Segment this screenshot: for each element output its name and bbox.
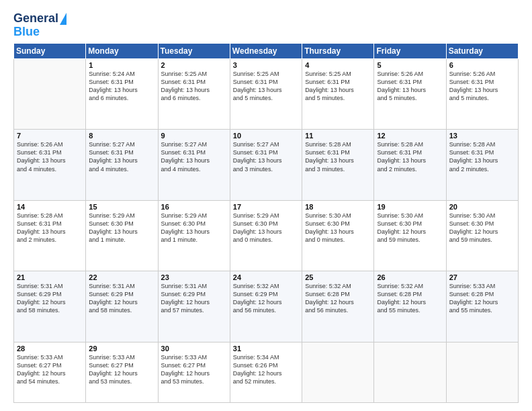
calendar-cell: 12Sunrise: 5:28 AM Sunset: 6:31 PM Dayli… [374,130,446,200]
day-number: 22 [89,273,154,281]
day-number: 24 [233,273,299,281]
day-number: 11 [305,132,371,140]
day-number: 16 [161,203,227,211]
day-info: Sunrise: 5:29 AM Sunset: 6:30 PM Dayligh… [89,212,154,244]
weekday-header-wednesday: Wednesday [230,43,302,58]
calendar-table: SundayMondayTuesdayWednesdayThursdayFrid… [13,43,519,403]
calendar-cell: 7Sunrise: 5:26 AM Sunset: 6:31 PM Daylig… [14,130,86,200]
calendar-cell: 10Sunrise: 5:27 AM Sunset: 6:31 PM Dayli… [230,130,302,200]
day-info: Sunrise: 5:32 AM Sunset: 6:29 PM Dayligh… [233,282,299,315]
calendar-cell [446,342,518,402]
day-number: 29 [89,345,154,353]
day-info: Sunrise: 5:28 AM Sunset: 6:31 PM Dayligh… [449,140,515,173]
calendar-cell: 21Sunrise: 5:31 AM Sunset: 6:29 PM Dayli… [14,271,86,342]
calendar-cell: 9Sunrise: 5:27 AM Sunset: 6:31 PM Daylig… [158,130,230,200]
day-number: 19 [377,203,443,211]
calendar-week-4: 21Sunrise: 5:31 AM Sunset: 6:29 PM Dayli… [14,271,519,342]
day-info: Sunrise: 5:31 AM Sunset: 6:29 PM Dayligh… [17,282,83,315]
day-info: Sunrise: 5:32 AM Sunset: 6:28 PM Dayligh… [305,282,371,315]
calendar-cell: 29Sunrise: 5:33 AM Sunset: 6:27 PM Dayli… [86,342,158,402]
calendar-week-2: 7Sunrise: 5:26 AM Sunset: 6:31 PM Daylig… [14,130,519,200]
calendar-cell: 30Sunrise: 5:33 AM Sunset: 6:27 PM Dayli… [158,342,230,402]
day-info: Sunrise: 5:33 AM Sunset: 6:28 PM Dayligh… [449,282,515,315]
day-info: Sunrise: 5:32 AM Sunset: 6:28 PM Dayligh… [377,282,443,315]
day-info: Sunrise: 5:31 AM Sunset: 6:29 PM Dayligh… [89,282,154,315]
day-info: Sunrise: 5:27 AM Sunset: 6:31 PM Dayligh… [233,140,299,173]
calendar-cell: 25Sunrise: 5:32 AM Sunset: 6:28 PM Dayli… [302,271,374,342]
day-number: 31 [233,345,299,353]
day-number: 14 [17,203,83,211]
calendar-cell: 23Sunrise: 5:31 AM Sunset: 6:29 PM Dayli… [158,271,230,342]
day-number: 25 [305,273,371,281]
calendar-cell: 22Sunrise: 5:31 AM Sunset: 6:29 PM Dayli… [86,271,158,342]
day-number: 23 [161,273,227,281]
calendar-cell [14,58,86,129]
weekday-header-friday: Friday [374,43,446,58]
weekday-header-sunday: Sunday [14,43,86,58]
weekday-header-saturday: Saturday [446,43,518,58]
calendar-week-3: 14Sunrise: 5:28 AM Sunset: 6:31 PM Dayli… [14,200,519,271]
day-info: Sunrise: 5:24 AM Sunset: 6:31 PM Dayligh… [89,70,154,103]
day-number: 1 [89,61,154,69]
calendar-cell: 11Sunrise: 5:28 AM Sunset: 6:31 PM Dayli… [302,130,374,200]
calendar-week-5: 28Sunrise: 5:33 AM Sunset: 6:27 PM Dayli… [14,342,519,402]
day-info: Sunrise: 5:30 AM Sunset: 6:30 PM Dayligh… [377,212,443,244]
day-info: Sunrise: 5:28 AM Sunset: 6:31 PM Dayligh… [377,140,443,173]
day-number: 4 [305,61,371,69]
day-number: 5 [377,61,443,69]
day-info: Sunrise: 5:34 AM Sunset: 6:26 PM Dayligh… [233,353,299,386]
day-info: Sunrise: 5:27 AM Sunset: 6:31 PM Dayligh… [161,140,227,173]
calendar-cell: 8Sunrise: 5:27 AM Sunset: 6:31 PM Daylig… [86,130,158,200]
calendar-cell: 16Sunrise: 5:29 AM Sunset: 6:30 PM Dayli… [158,200,230,271]
calendar-cell: 3Sunrise: 5:25 AM Sunset: 6:31 PM Daylig… [230,58,302,129]
calendar-cell: 4Sunrise: 5:25 AM Sunset: 6:31 PM Daylig… [302,58,374,129]
day-info: Sunrise: 5:25 AM Sunset: 6:31 PM Dayligh… [233,70,299,103]
calendar-cell: 27Sunrise: 5:33 AM Sunset: 6:28 PM Dayli… [446,271,518,342]
calendar-cell [302,342,374,402]
calendar-cell: 13Sunrise: 5:28 AM Sunset: 6:31 PM Dayli… [446,130,518,200]
logo-general: General [13,12,58,26]
calendar-cell: 6Sunrise: 5:26 AM Sunset: 6:31 PM Daylig… [446,58,518,129]
day-info: Sunrise: 5:31 AM Sunset: 6:29 PM Dayligh… [161,282,227,315]
calendar-cell: 2Sunrise: 5:25 AM Sunset: 6:31 PM Daylig… [158,58,230,129]
day-info: Sunrise: 5:25 AM Sunset: 6:31 PM Dayligh… [305,70,371,103]
day-info: Sunrise: 5:28 AM Sunset: 6:31 PM Dayligh… [305,140,371,173]
day-number: 13 [449,132,515,140]
weekday-header-monday: Monday [86,43,158,58]
calendar-cell: 1Sunrise: 5:24 AM Sunset: 6:31 PM Daylig… [86,58,158,129]
page: General Blue SundayMondayTuesdayWednesda… [0,0,532,411]
logo-blue: Blue [13,26,40,39]
day-info: Sunrise: 5:33 AM Sunset: 6:27 PM Dayligh… [161,353,227,386]
day-info: Sunrise: 5:33 AM Sunset: 6:27 PM Dayligh… [89,353,154,386]
day-info: Sunrise: 5:27 AM Sunset: 6:31 PM Dayligh… [89,140,154,173]
calendar-cell: 17Sunrise: 5:29 AM Sunset: 6:30 PM Dayli… [230,200,302,271]
day-info: Sunrise: 5:29 AM Sunset: 6:30 PM Dayligh… [233,212,299,244]
weekday-header-tuesday: Tuesday [158,43,230,58]
day-info: Sunrise: 5:26 AM Sunset: 6:31 PM Dayligh… [377,70,443,103]
calendar-cell: 18Sunrise: 5:30 AM Sunset: 6:30 PM Dayli… [302,200,374,271]
logo: General Blue [13,12,66,39]
day-number: 3 [233,61,299,69]
calendar-cell: 31Sunrise: 5:34 AM Sunset: 6:26 PM Dayli… [230,342,302,402]
day-info: Sunrise: 5:25 AM Sunset: 6:31 PM Dayligh… [161,70,227,103]
day-number: 8 [89,132,154,140]
calendar-cell: 26Sunrise: 5:32 AM Sunset: 6:28 PM Dayli… [374,271,446,342]
day-info: Sunrise: 5:30 AM Sunset: 6:30 PM Dayligh… [449,212,515,244]
header: General Blue [13,12,519,39]
day-number: 6 [449,61,515,69]
logo-triangle-icon [60,13,66,25]
calendar-cell: 28Sunrise: 5:33 AM Sunset: 6:27 PM Dayli… [14,342,86,402]
calendar-cell [374,342,446,402]
calendar-cell: 14Sunrise: 5:28 AM Sunset: 6:31 PM Dayli… [14,200,86,271]
day-number: 15 [89,203,154,211]
day-number: 18 [305,203,371,211]
day-info: Sunrise: 5:33 AM Sunset: 6:27 PM Dayligh… [17,353,83,386]
day-number: 10 [233,132,299,140]
calendar-cell: 19Sunrise: 5:30 AM Sunset: 6:30 PM Dayli… [374,200,446,271]
day-info: Sunrise: 5:30 AM Sunset: 6:30 PM Dayligh… [305,212,371,244]
day-info: Sunrise: 5:26 AM Sunset: 6:31 PM Dayligh… [17,140,83,173]
day-number: 12 [377,132,443,140]
day-number: 20 [449,203,515,211]
day-number: 9 [161,132,227,140]
weekday-header-thursday: Thursday [302,43,374,58]
